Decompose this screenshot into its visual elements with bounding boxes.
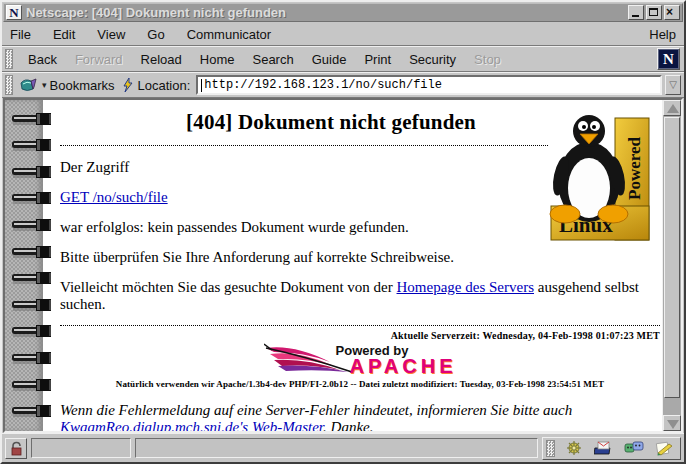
browser-viewport: [404] Dokument nicht gefunden Der Zugrif… — [3, 98, 683, 433]
linux-powered-badge: Linux Powered — [549, 104, 653, 244]
menu-help[interactable]: Help — [649, 27, 676, 42]
scroll-down-icon — [667, 420, 679, 429]
padlock-icon — [10, 441, 23, 456]
bookmarks-label[interactable]: Bookmarks — [50, 78, 115, 93]
menu-edit[interactable]: Edit — [53, 27, 75, 42]
footer-pre: Wenn die Fehlermeldung auf eine Server-F… — [60, 402, 572, 418]
discussions-button[interactable] — [620, 439, 648, 458]
netscape-window: N Netscape: [404] Dokument nicht gefunde… — [0, 0, 686, 464]
vertical-scrollbar[interactable] — [662, 100, 681, 431]
mailbox-icon — [594, 440, 614, 456]
security-button[interactable]: Security — [400, 50, 465, 69]
discussions-icon — [624, 440, 644, 456]
stop-button[interactable]: Stop — [465, 50, 510, 69]
menu-bar: File Edit View Go Communicator Help — [2, 23, 684, 46]
title-bar[interactable]: N Netscape: [404] Dokument nicht gefunde… — [3, 3, 683, 22]
suggest-text: Vielleicht möchten Sie das gesuchte Doku… — [60, 279, 662, 313]
spiral-ring-icon — [9, 191, 59, 206]
location-bar: ▾ Bookmarks Location: http://192.168.123… — [2, 72, 684, 98]
minimize-icon — [632, 15, 639, 17]
scroll-up-button[interactable] — [663, 100, 681, 116]
search-button[interactable]: Search — [243, 50, 302, 69]
server-time: Aktuelle Serverzeit: Wednesday, 04-Feb-1… — [60, 330, 660, 341]
webmaster-link[interactable]: KwaamReo.dialup.mch.sni.de's Web-Master — [60, 419, 323, 431]
spiral-ring-icon — [9, 138, 59, 153]
url-text[interactable]: http://192.168.123.1/no/such/file — [204, 78, 442, 92]
composer-icon — [654, 440, 674, 456]
spiral-ring-icon — [9, 218, 59, 233]
maximize-button[interactable] — [646, 5, 662, 20]
scrollbar-track[interactable] — [663, 116, 681, 415]
spiral-ring-icon — [9, 378, 59, 393]
navigator-wheel-icon — [565, 440, 583, 456]
check-text: Bitte überprüfen Sie Ihre Anforderung au… — [60, 249, 662, 266]
netscape-window-icon: N — [6, 5, 22, 20]
maximize-icon — [649, 8, 658, 16]
url-input[interactable]: http://192.168.123.1/no/such/file — [196, 75, 662, 95]
security-lock-button[interactable] — [5, 438, 27, 459]
forward-button[interactable]: Forward — [66, 50, 132, 69]
home-button[interactable]: Home — [191, 50, 244, 69]
scrollbar-thumb[interactable] — [664, 117, 680, 398]
bookmarks-dropdown-icon[interactable]: ▾ — [42, 80, 47, 90]
close-icon: × — [666, 5, 673, 19]
component-bar-grip[interactable] — [546, 440, 555, 457]
scroll-down-button[interactable] — [663, 415, 681, 431]
footer-note: Wenn die Fehlermeldung auf eine Server-F… — [60, 402, 660, 431]
footer-post: . Danke. — [323, 419, 373, 431]
netscape-logo[interactable]: N — [657, 48, 680, 70]
apache-logo: Powered by APACHE — [60, 341, 660, 377]
status-message-panel — [135, 438, 538, 458]
toolbar-grip[interactable] — [5, 49, 13, 69]
status-panel-left — [31, 438, 131, 458]
reload-button[interactable]: Reload — [132, 50, 191, 69]
menu-go[interactable]: Go — [147, 27, 164, 42]
tux-powered-label: Powered — [625, 137, 644, 200]
menu-view[interactable]: View — [97, 27, 125, 42]
print-button[interactable]: Print — [355, 50, 400, 69]
guide-button[interactable]: Guide — [303, 50, 356, 69]
apache-name-text: APACHE — [350, 357, 457, 375]
location-label: Location: — [138, 78, 191, 93]
close-button[interactable]: × — [664, 5, 680, 20]
text-caret — [201, 79, 202, 92]
scroll-up-icon — [667, 104, 679, 113]
location-icon[interactable] — [121, 77, 135, 93]
spiral-ring-icon — [9, 404, 59, 419]
location-bar-grip[interactable] — [5, 75, 13, 95]
menu-file[interactable]: File — [10, 27, 31, 42]
spiral-binding — [5, 100, 43, 431]
composer-button[interactable] — [650, 439, 678, 458]
spiral-ring-icon — [9, 165, 59, 180]
minimize-button[interactable] — [628, 5, 644, 20]
status-bar — [2, 433, 684, 462]
homepage-link[interactable]: Homepage des Servers — [397, 279, 534, 295]
apache-wordmark: Powered by APACHE — [336, 344, 457, 375]
navigation-toolbar: Back Forward Reload Home Search Guide Pr… — [2, 46, 684, 72]
divider-bottom — [60, 325, 660, 326]
spiral-ring-icon — [9, 112, 59, 127]
menu-communicator[interactable]: Communicator — [187, 27, 272, 42]
bookmarks-icon[interactable] — [19, 77, 41, 93]
mailbox-button[interactable] — [590, 439, 618, 458]
spiral-ring-icon — [9, 271, 59, 286]
spiral-ring-icon — [9, 298, 59, 313]
server-info: Natürlich verwenden wir Apache/1.3b4-dev… — [60, 379, 660, 389]
url-dropdown-icon[interactable]: ▽ — [665, 75, 681, 95]
navigator-button[interactable] — [560, 439, 588, 458]
spiral-ring-icon — [9, 324, 59, 339]
component-bar — [542, 437, 681, 460]
divider-top — [60, 145, 548, 146]
page-title: [404] Dokument nicht gefunden — [60, 110, 602, 135]
spiral-ring-icon — [9, 245, 59, 260]
window-title: Netscape: [404] Dokument nicht gefunden — [26, 5, 626, 20]
request-link[interactable]: GET /no/such/file — [60, 189, 168, 205]
back-button[interactable]: Back — [19, 50, 66, 69]
spiral-ring-icon — [9, 351, 59, 366]
suggest-pre: Vielleicht möchten Sie das gesuchte Doku… — [60, 279, 397, 295]
